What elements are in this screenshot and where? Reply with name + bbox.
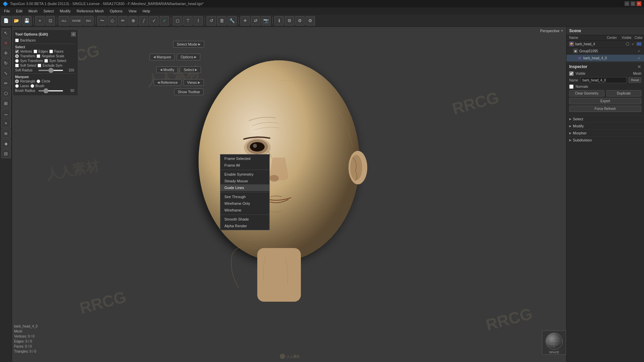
close-button[interactable]: ✕ xyxy=(637,1,641,6)
sym-select-checkbox[interactable] xyxy=(44,59,48,63)
ctx-frame-all[interactable]: Frame All xyxy=(220,162,269,169)
frame-button[interactable]: ⊡ xyxy=(46,16,55,25)
reference-button[interactable]: ◀ Reference xyxy=(154,79,181,86)
light-button[interactable]: ☀ xyxy=(240,16,250,25)
menu-item-options[interactable]: Options xyxy=(107,8,125,14)
swap-button[interactable]: ⇄ xyxy=(251,16,260,25)
bevel-tool[interactable]: ◈ xyxy=(1,139,11,148)
perspective-dropdown-icon[interactable]: ▼ xyxy=(560,29,564,33)
delete-button[interactable]: 🗑 xyxy=(217,16,226,25)
sym-transform-radio[interactable] xyxy=(15,59,19,63)
ctx-enable-symmetry[interactable]: Enable Symmetry xyxy=(220,171,269,178)
inspector-normals-checkbox[interactable] xyxy=(569,84,574,89)
ctx-steady-mouse[interactable]: Steady Mouse xyxy=(220,178,269,184)
rectangle-radio[interactable] xyxy=(15,79,19,83)
grid-tool[interactable]: ⊞ xyxy=(1,99,11,108)
exclude-sym-checkbox[interactable] xyxy=(38,64,41,67)
space-navigator[interactable]: SPACE xyxy=(542,330,566,355)
menu-item-mesh[interactable]: Mesh xyxy=(26,8,40,14)
soft-radius-slider[interactable] xyxy=(38,70,63,71)
select-button[interactable]: Select ▶ xyxy=(180,66,201,73)
inspector-export-button[interactable]: Export xyxy=(569,98,641,104)
vertices-checkbox[interactable] xyxy=(15,50,19,53)
inspector-duplicate-button[interactable]: Duplicate xyxy=(606,90,642,97)
brush-radio[interactable] xyxy=(31,84,34,88)
transform-radio[interactable] xyxy=(15,54,19,58)
bridge-tool[interactable]: ⌖ xyxy=(1,119,11,128)
settings-button2[interactable]: ⚙ xyxy=(295,16,305,25)
backfaces-checkbox[interactable] xyxy=(15,39,19,42)
select-none-button[interactable]: NONE xyxy=(70,16,83,25)
scene-item-barb-head40[interactable]: ⬡ barb_head_4_0 ✓ xyxy=(567,55,644,62)
ctx-alpha-render[interactable]: Alpha Render xyxy=(220,223,269,229)
faces-checkbox[interactable] xyxy=(49,50,53,53)
settings-button3[interactable]: ⚙ xyxy=(306,16,315,25)
soft-select-checkbox[interactable] xyxy=(15,64,19,67)
show-toolbar-button[interactable]: Show Toolbar xyxy=(174,88,204,95)
new-button[interactable]: 📄 xyxy=(1,16,11,25)
menu-item-file[interactable]: File xyxy=(1,8,13,14)
inspector-visible-checkbox[interactable] xyxy=(569,71,574,76)
menu-item-edit[interactable]: Edit xyxy=(13,8,25,14)
inspector-close-button[interactable]: ✕ xyxy=(637,64,641,69)
tool-options-close[interactable]: ✕ xyxy=(71,32,76,37)
relax-tool[interactable]: ≋ xyxy=(1,129,11,138)
select-mode-button[interactable]: Select Mode ▶ xyxy=(173,41,204,48)
options-button[interactable]: Options ▶ xyxy=(177,54,200,60)
inspector-reset-button[interactable]: Reset xyxy=(629,77,641,83)
ctx-frame-selected[interactable]: Frame Selected xyxy=(220,155,269,162)
table-grid-tool[interactable]: ⊟ xyxy=(1,149,11,158)
lasso-radio[interactable] xyxy=(15,84,19,88)
select-all-button[interactable]: ALL xyxy=(59,16,69,25)
save-button[interactable]: 💾 xyxy=(22,16,32,25)
tools-button[interactable]: 🔧 xyxy=(227,16,237,25)
open-button[interactable]: 📂 xyxy=(12,16,21,25)
check-button1[interactable]: ✓ xyxy=(149,16,159,25)
ctx-guide-lines[interactable]: Guide Lines xyxy=(220,184,269,191)
split-button[interactable]: ⊤ xyxy=(183,16,193,25)
scale-tool[interactable]: ⤡ xyxy=(1,68,11,78)
rotate-tool[interactable]: ↻ xyxy=(1,58,11,68)
move-tool[interactable]: ✛ xyxy=(1,48,11,58)
camera-button[interactable]: 📷 xyxy=(261,16,271,25)
minimize-button[interactable]: ─ xyxy=(625,1,629,6)
maximize-button[interactable]: □ xyxy=(631,1,635,6)
menu-item-view[interactable]: View xyxy=(126,8,139,14)
menu-item-modify[interactable]: Modify xyxy=(57,8,73,14)
marquee-button[interactable]: ◀ Marquee xyxy=(150,54,175,60)
perspective-label[interactable]: Perspective ▼ xyxy=(540,29,564,33)
viewport[interactable]: RRCG RRCG RRCG RRCG 人人素材 人人素材 xyxy=(12,27,566,362)
negative-scale-checkbox[interactable] xyxy=(37,54,40,58)
ctx-wireframe-only[interactable]: Wireframe Only xyxy=(220,200,269,207)
menu-item-help[interactable]: Help xyxy=(140,8,153,14)
ctx-smooth-shade[interactable]: Smooth Shade xyxy=(220,216,269,223)
mirror-button[interactable]: ⧸ xyxy=(139,16,148,25)
close-tool[interactable]: ✕ xyxy=(1,38,11,48)
weld-button[interactable]: ⌇ xyxy=(194,16,203,25)
inspector-clear-geometry-button[interactable]: Clear Geometry xyxy=(569,90,604,97)
ctx-wireframe[interactable]: Wireframe xyxy=(220,207,269,214)
brush-radius-slider[interactable] xyxy=(38,90,63,92)
settings-button1[interactable]: ⚙ xyxy=(285,16,294,25)
edit-poly-button[interactable]: ◻ xyxy=(173,16,182,25)
circle-radio[interactable] xyxy=(37,79,40,83)
views-button[interactable]: Views ▶ xyxy=(183,79,204,86)
knife-tool[interactable]: ⚊ xyxy=(1,109,11,118)
relax-tool-button[interactable]: 〜 xyxy=(97,16,107,25)
inspector-force-refresh-button[interactable]: Force Refresh xyxy=(569,106,641,112)
expand-modify-section[interactable]: ▶ Modify xyxy=(567,122,644,129)
snap-button[interactable]: ⊕ xyxy=(128,16,138,25)
edges-checkbox[interactable] xyxy=(34,50,37,53)
inspector-name-input[interactable] xyxy=(581,77,627,83)
menu-item-reference-mesh[interactable]: Reference Mesh xyxy=(74,8,107,14)
refresh-button[interactable]: ↺ xyxy=(207,16,216,25)
add-button[interactable]: + xyxy=(35,16,45,25)
menu-item-select[interactable]: Select xyxy=(41,8,57,14)
flatten-button[interactable]: ◇ xyxy=(108,16,117,25)
check-button2[interactable]: ✓ xyxy=(160,16,169,25)
paint-tool[interactable]: ✏ xyxy=(1,78,11,88)
info-button[interactable]: ℹ xyxy=(274,16,284,25)
ctx-see-through[interactable]: See Through xyxy=(220,193,269,200)
polygon-tool[interactable]: ⬡ xyxy=(1,88,11,98)
scene-item-barb-head4[interactable]: 📦 barb_head_4 ✓ xyxy=(567,41,644,48)
